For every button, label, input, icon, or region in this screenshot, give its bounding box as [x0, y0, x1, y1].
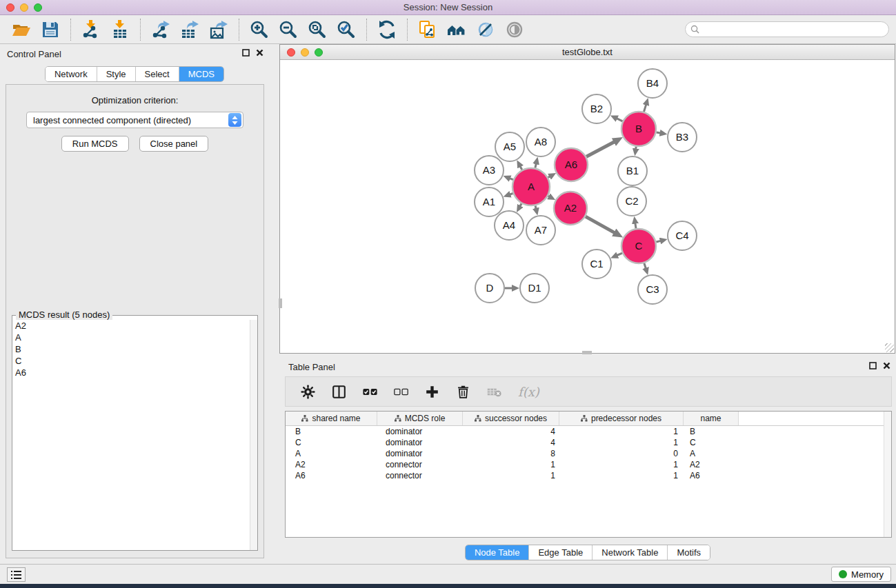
- column-type-icon: [475, 415, 481, 422]
- horizontal-scroll-indicator[interactable]: [582, 351, 592, 354]
- zoom-network-window-button[interactable]: [315, 48, 323, 57]
- column-header-successor-nodes[interactable]: successor nodes: [463, 412, 559, 425]
- task-history-button[interactable]: [7, 567, 26, 582]
- import-network-button[interactable]: [79, 18, 103, 41]
- column-header-shared-name[interactable]: shared name: [286, 412, 377, 425]
- graph-node-label: B4: [646, 77, 659, 89]
- open-session-button[interactable]: [10, 18, 33, 41]
- tab-network[interactable]: Network: [46, 67, 97, 81]
- unselect-all-columns-button[interactable]: [394, 385, 408, 399]
- select-all-columns-button[interactable]: [363, 385, 377, 399]
- export-network-button[interactable]: [149, 18, 172, 41]
- table-row[interactable]: Cdominator41C: [286, 437, 891, 448]
- graph-node-label: B1: [626, 165, 639, 176]
- table-row[interactable]: A6connector11A6: [286, 470, 891, 481]
- zoom-selected-button[interactable]: [335, 18, 358, 41]
- column-header-predecessor-nodes[interactable]: predecessor nodes: [559, 412, 684, 425]
- zoom-window-button[interactable]: [34, 3, 42, 12]
- graph-edge-A-A1[interactable]: [510, 194, 513, 195]
- export-image-button[interactable]: [207, 18, 230, 41]
- save-session-button[interactable]: [39, 18, 62, 41]
- minimize-network-window-button[interactable]: [301, 48, 309, 57]
- zoom-out-button[interactable]: [277, 18, 300, 41]
- home-view-button[interactable]: [445, 18, 468, 41]
- graph-edge-A-A6[interactable]: [548, 176, 550, 178]
- table-cell: A2: [684, 460, 739, 469]
- table-row[interactable]: A2connector11A2: [286, 459, 891, 470]
- graph-edge-C-C1[interactable]: [617, 253, 622, 255]
- column-header-name[interactable]: name: [684, 412, 739, 425]
- close-panel-icon[interactable]: [883, 362, 890, 369]
- graph-edge-C-C2[interactable]: [635, 223, 636, 229]
- network-window-titlebar[interactable]: testGlobe.txt: [280, 45, 895, 60]
- graph-edge-B-B4[interactable]: [644, 105, 646, 112]
- mcds-result-item[interactable]: A: [12, 332, 250, 343]
- graph-edge-B-B3[interactable]: [657, 132, 661, 133]
- function-builder-button[interactable]: f(x): [518, 385, 539, 399]
- graph-edge-B-B2[interactable]: [617, 119, 623, 121]
- delete-table-button[interactable]: [487, 385, 501, 399]
- delete-column-button[interactable]: [456, 385, 470, 399]
- graph-edge-A6-B[interactable]: [586, 142, 615, 157]
- tab-network-table[interactable]: Network Table: [593, 545, 668, 560]
- table-settings-button[interactable]: [301, 385, 315, 399]
- zoom-out-icon: [279, 20, 298, 39]
- search-box[interactable]: [685, 21, 889, 37]
- import-table-icon: [110, 20, 130, 39]
- graph-edge-A-A5[interactable]: [520, 166, 522, 170]
- tab-select[interactable]: Select: [136, 67, 179, 81]
- graph-edge-A-A4[interactable]: [520, 203, 521, 206]
- graph-edge-A-A2[interactable]: [548, 196, 550, 196]
- graph-node-label: C3: [646, 283, 659, 295]
- table-row[interactable]: Adominator80A: [286, 448, 891, 459]
- network-canvas[interactable]: B4B2BB3A8A5A6A3B1AA1C2A2A4A7C4CC1C3DD1: [280, 60, 895, 353]
- graph-edge-A-A7[interactable]: [535, 205, 536, 209]
- zoom-in-button[interactable]: [248, 18, 271, 41]
- table-cell: 1: [559, 427, 684, 436]
- mcds-result-item[interactable]: A6: [12, 367, 250, 378]
- result-list-scrollbar[interactable]: [250, 320, 257, 550]
- table-panel-window-buttons: [869, 362, 890, 369]
- memory-button[interactable]: Memory: [831, 567, 891, 582]
- close-panel-icon[interactable]: [256, 49, 263, 57]
- close-panel-button[interactable]: Close panel: [139, 136, 209, 152]
- export-image-icon: [209, 20, 228, 39]
- tab-mcds[interactable]: MCDS: [179, 67, 223, 81]
- minimize-window-button[interactable]: [20, 3, 28, 12]
- vertical-scroll-indicator[interactable]: [279, 298, 282, 308]
- graph-edge-A2-C[interactable]: [586, 216, 615, 233]
- zoom-fit-button[interactable]: [306, 18, 329, 41]
- graph-edge-A-A3[interactable]: [510, 179, 513, 180]
- float-panel-icon[interactable]: [869, 362, 877, 369]
- tab-edge-table[interactable]: Edge Table: [529, 545, 593, 560]
- control-panel-title: Control Panel: [7, 49, 61, 59]
- tab-style[interactable]: Style: [97, 67, 136, 81]
- close-network-window-button[interactable]: [287, 48, 295, 57]
- column-header-mcds-role[interactable]: MCDS role: [377, 412, 463, 425]
- mcds-result-item[interactable]: A2: [12, 320, 250, 332]
- export-table-button[interactable]: [178, 18, 201, 41]
- close-window-button[interactable]: [6, 3, 14, 12]
- table-row[interactable]: Bdominator41B: [286, 426, 891, 437]
- graph-edge-C-C4[interactable]: [656, 241, 661, 242]
- mcds-result-item[interactable]: B: [12, 343, 250, 355]
- show-column-panel-button[interactable]: [332, 385, 346, 399]
- optimization-criterion-select[interactable]: largest connected component (directed): [26, 112, 243, 128]
- import-table-button[interactable]: [108, 18, 132, 41]
- tab-motifs[interactable]: Motifs: [668, 545, 710, 560]
- search-input[interactable]: [703, 23, 888, 36]
- hide-graphics-details-button[interactable]: [474, 18, 497, 41]
- table-scrollbar[interactable]: [884, 412, 891, 537]
- window-resize-grip[interactable]: [885, 343, 894, 352]
- run-mcds-button[interactable]: Run MCDS: [61, 136, 129, 152]
- graph-edge-A-A8[interactable]: [535, 163, 536, 168]
- float-panel-icon[interactable]: [242, 49, 250, 57]
- refresh-view-button[interactable]: [375, 18, 399, 41]
- graph-edge-B-B1[interactable]: [636, 147, 637, 150]
- duplicate-network-button[interactable]: [416, 18, 439, 41]
- graph-edge-C-C3[interactable]: [644, 263, 646, 269]
- toggle-overview-button[interactable]: [503, 18, 526, 41]
- create-column-button[interactable]: [425, 385, 439, 399]
- tab-node-table[interactable]: Node Table: [466, 545, 530, 560]
- mcds-result-item[interactable]: C: [12, 355, 250, 367]
